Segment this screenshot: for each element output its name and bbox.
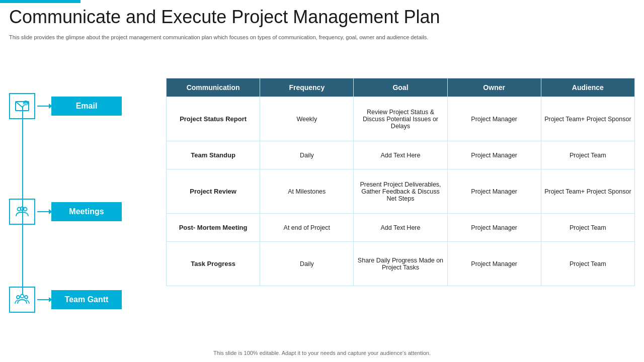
footer-text: This slide is 100% editable. Adapt it to…	[0, 350, 644, 356]
comm-name: Post- Mortem Meeting	[167, 214, 260, 242]
col-header-frequency: Frequency	[260, 78, 354, 97]
comm-frequency: Weekly	[260, 97, 354, 141]
comm-goal: Share Daily Progress Made on Project Tas…	[354, 242, 447, 286]
comm-goal: Present Project Deliverables, Gather Fee…	[354, 169, 447, 214]
comm-owner: Project Manager	[447, 169, 541, 214]
meetings-icon-box	[9, 199, 35, 225]
comm-goal: Review Project Status & Discuss Potentia…	[354, 97, 447, 141]
comm-frequency: Daily	[260, 141, 354, 169]
category-group-team-gantt: Team Gantt	[9, 287, 122, 313]
email-arrow	[37, 106, 49, 107]
meetings-arrow	[37, 211, 49, 212]
comm-audience: Project Team+ Project Sponsor	[541, 169, 634, 214]
left-section: @ Email Meetings	[9, 78, 160, 339]
team-gantt-arrow	[37, 299, 49, 300]
category-group-meetings: Meetings	[9, 199, 122, 225]
comm-frequency: At end of Project	[260, 214, 354, 242]
comm-audience: Project Team+ Project Sponsor	[541, 97, 634, 141]
comm-name: Project Status Report	[167, 97, 260, 141]
comm-audience: Project Team	[541, 214, 634, 242]
comm-name: Project Review	[167, 169, 260, 214]
table-header-row: Communication Frequency Goal Owner Audie…	[167, 78, 635, 97]
table-row: Task Progress Daily Share Daily Progress…	[167, 242, 635, 286]
email-label: Email	[51, 97, 122, 116]
comm-goal: Add Text Here	[354, 214, 447, 242]
svg-point-7	[21, 295, 24, 298]
table-row: Project Review At Milestones Present Pro…	[167, 169, 635, 214]
comm-owner: Project Manager	[447, 214, 541, 242]
meetings-label: Meetings	[51, 202, 122, 221]
page-subtitle: This slide provides the glimpse about th…	[9, 34, 428, 40]
page-title: Communicate and Execute Project Manageme…	[9, 6, 440, 28]
team-gantt-label: Team Gantt	[51, 290, 122, 309]
comm-owner: Project Manager	[447, 242, 541, 286]
comm-goal: Add Text Here	[354, 141, 447, 169]
comm-name: Task Progress	[167, 242, 260, 286]
svg-text:@: @	[24, 102, 28, 106]
top-bar	[0, 0, 80, 3]
col-header-communication: Communication	[167, 78, 260, 97]
svg-point-6	[17, 296, 20, 299]
col-header-owner: Owner	[447, 78, 541, 97]
comm-name: Team Standup	[167, 141, 260, 169]
table-row: Project Status Report Weekly Review Proj…	[167, 97, 635, 141]
comm-frequency: Daily	[260, 242, 354, 286]
svg-point-8	[25, 296, 28, 299]
comm-owner: Project Manager	[447, 141, 541, 169]
comm-owner: Project Manager	[447, 97, 541, 141]
comm-audience: Project Team	[541, 242, 634, 286]
table-section: Communication Frequency Goal Owner Audie…	[166, 78, 635, 337]
col-header-audience: Audience	[541, 78, 634, 97]
comm-frequency: At Milestones	[260, 169, 354, 214]
category-group-email: @ Email	[9, 93, 122, 119]
comm-audience: Project Team	[541, 141, 634, 169]
table-row: Post- Mortem Meeting At end of Project A…	[167, 214, 635, 242]
team-gantt-icon-box	[9, 287, 35, 313]
communication-table: Communication Frequency Goal Owner Audie…	[166, 78, 635, 286]
table-row: Team Standup Daily Add Text Here Project…	[167, 141, 635, 169]
col-header-goal: Goal	[354, 78, 447, 97]
